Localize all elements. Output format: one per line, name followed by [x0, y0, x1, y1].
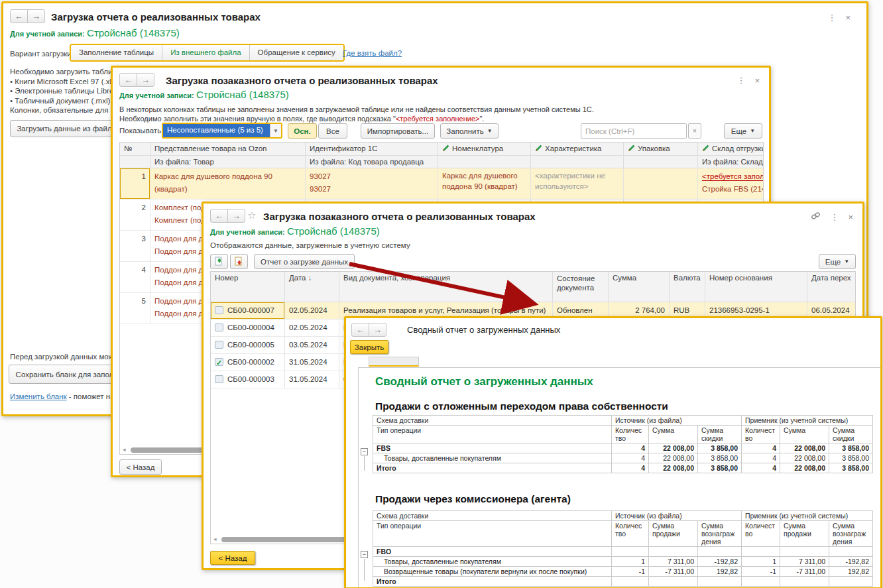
- more-button[interactable]: Еще▼: [819, 254, 856, 269]
- forward-nav-icon[interactable]: →: [137, 73, 154, 87]
- edit-blank-link[interactable]: Изменить бланк: [10, 392, 67, 400]
- scheme-label: Схема доставки: [373, 511, 612, 521]
- show-label: Показывать:: [119, 127, 163, 135]
- more-button[interactable]: Еще▼: [724, 123, 762, 139]
- col-ozon[interactable]: Представление товара на Ozon: [150, 143, 306, 156]
- close-icon[interactable]: ×: [848, 212, 853, 222]
- table-row: Возвращенные товары (покупатели вернули …: [373, 567, 873, 577]
- col-date[interactable]: Дата ↓: [285, 272, 339, 302]
- required-fill-value[interactable]: <требуется заполнение>: [702, 172, 764, 181]
- subtitle: Отображаются данные, загруженные в учетн…: [210, 241, 410, 249]
- tab-service[interactable]: Обращение к сервису: [250, 45, 343, 60]
- scroll-left-icon[interactable]: ◂: [123, 446, 126, 453]
- warning-text: В некоторых колонках таблицы не заполнен…: [119, 105, 594, 123]
- forward-nav-icon[interactable]: →: [369, 323, 386, 337]
- report-title: Сводный отчет о загруженных данных: [375, 375, 593, 388]
- back-nav-icon[interactable]: ←: [10, 9, 28, 23]
- sort-desc-icon: ↓: [308, 274, 312, 282]
- clear-search-icon[interactable]: ×: [688, 123, 701, 139]
- warning-line-2: Необходимо заполнить эти значения вручну…: [119, 114, 594, 123]
- chevron-down-icon: ▼: [844, 259, 849, 265]
- report-sheet-tab[interactable]: [369, 357, 419, 367]
- collapse-group-icon[interactable]: −: [361, 448, 368, 455]
- col-pack[interactable]: Упаковка: [624, 143, 698, 156]
- window-title: Загрузка позаказного отчета о реализован…: [166, 75, 438, 86]
- back-nav-icon[interactable]: ←: [210, 209, 228, 223]
- forward-nav-icon[interactable]: →: [227, 209, 245, 223]
- more-menu-icon[interactable]: ⋮: [830, 212, 839, 222]
- close-report-button[interactable]: Закрыть: [350, 340, 388, 354]
- table-row[interactable]: 1 Каркас для душевого поддона 90 (квадра…: [120, 168, 763, 200]
- col-number[interactable]: Номер: [211, 272, 285, 302]
- favorite-star-icon[interactable]: ☆: [247, 209, 256, 221]
- col-transfer-date[interactable]: Дата перех: [807, 272, 856, 302]
- col-num[interactable]: №: [120, 143, 150, 156]
- close-icon[interactable]: ×: [754, 76, 760, 86]
- col-currency[interactable]: Валюта: [670, 272, 705, 302]
- report-top-border: [358, 367, 880, 368]
- filter-combobox[interactable]: Несопоставленные (5 из 5) ▼: [162, 123, 282, 139]
- chevron-down-icon[interactable]: ▼: [270, 124, 281, 137]
- back-nav-icon[interactable]: ←: [119, 73, 137, 87]
- row-number: 1: [120, 168, 150, 200]
- target-group-label: Приемник (из учетной системы): [742, 511, 873, 521]
- table-row: Товары, доставленные покупателям 4 22 00…: [373, 453, 873, 463]
- required-fill-hint: <требуется заполнение>: [396, 115, 480, 123]
- all-filter-button[interactable]: Все: [318, 123, 347, 139]
- col-basis[interactable]: Номер основания: [705, 272, 807, 302]
- post-document-button[interactable]: [210, 254, 228, 269]
- col-doc-type[interactable]: Вид документа, хоз. операция: [339, 272, 553, 302]
- account-label: Для учетной записи:: [10, 30, 85, 38]
- filter-value: Несопоставленные (5 из 5): [163, 124, 270, 137]
- col-ozon-sub: Из файла: Товар: [150, 156, 306, 168]
- report-left-border: [358, 367, 359, 587]
- scheme-label: Схема доставки: [373, 416, 612, 426]
- sales-commission-table: Схема доставки Источник (из файла) Прием…: [373, 510, 873, 587]
- load-data-report-button[interactable]: Отчет о загрузке данных: [254, 254, 355, 269]
- fill-dropdown-button[interactable]: Заполнить▼: [440, 123, 499, 139]
- back-nav-icon[interactable]: ←: [351, 323, 369, 337]
- more-menu-icon[interactable]: ⋮: [736, 76, 745, 86]
- more-menu-icon[interactable]: ⋮: [827, 13, 836, 23]
- col-id[interactable]: Идентификатор 1С: [306, 143, 438, 156]
- back-button[interactable]: < Назад: [119, 459, 162, 475]
- chevron-down-icon: ▼: [487, 128, 493, 134]
- main-filter-button[interactable]: Осн.: [288, 123, 317, 139]
- section2-heading: Продажи через комиссионера (агента): [375, 493, 571, 505]
- document-status-icon: [215, 306, 223, 314]
- unpost-document-button[interactable]: [230, 254, 248, 269]
- table-row: FBS 4 22 008,00 3 858,00 4 22 008,00 3 8…: [373, 443, 873, 453]
- table-header-sub: Из файла: Товар Из файла: Код товара про…: [120, 156, 763, 168]
- window-title: Загрузка отчета о реализованных товарах: [51, 11, 261, 23]
- column-header-row: Тип операции Количество Сумма Сумма скид…: [373, 426, 873, 443]
- search-input[interactable]: [581, 123, 687, 139]
- search-box: ×: [581, 123, 701, 139]
- forward-nav-icon[interactable]: →: [27, 9, 45, 23]
- back-button[interactable]: < Назад: [210, 551, 255, 565]
- source-group-label: Источник (из файла): [612, 416, 742, 426]
- load-variant-tabs: Заполнение таблицы Из внешнего файла Обр…: [70, 44, 345, 62]
- nav-buttons: ← →: [119, 73, 154, 87]
- scroll-left-icon[interactable]: ◂: [213, 536, 217, 542]
- get-link-icon[interactable]: [811, 211, 821, 222]
- col-status[interactable]: Состояние документа: [553, 272, 609, 302]
- close-icon[interactable]: ×: [845, 13, 851, 23]
- table-row: Итого: [373, 577, 873, 587]
- tab-external-file[interactable]: Из внешнего файла: [162, 45, 249, 60]
- import-button[interactable]: Импортировать...: [361, 123, 435, 139]
- col-nomen[interactable]: Номенклатура: [438, 143, 531, 156]
- collapse-group-icon[interactable]: −: [361, 551, 368, 558]
- column-header-row: Тип операции Количество Сумма продажи Су…: [373, 521, 873, 547]
- col-sum[interactable]: Сумма: [609, 272, 670, 302]
- tab-fill-table[interactable]: Заполнение таблицы: [71, 45, 162, 60]
- variant-label: Вариант загрузки:: [10, 50, 74, 58]
- document-status-icon: [215, 375, 223, 383]
- pencil-icon: [442, 145, 449, 153]
- col-store[interactable]: Склад отгрузки: [698, 143, 764, 156]
- group-header-row: Схема доставки Источник (из файла) Прием…: [373, 416, 873, 426]
- where-get-file-link[interactable]: Где взять файл?: [343, 49, 402, 57]
- col-char[interactable]: Характеристика: [531, 143, 624, 156]
- nav-buttons: ← →: [351, 323, 386, 337]
- pencil-icon: [535, 145, 542, 153]
- chevron-down-icon: ▼: [750, 128, 755, 134]
